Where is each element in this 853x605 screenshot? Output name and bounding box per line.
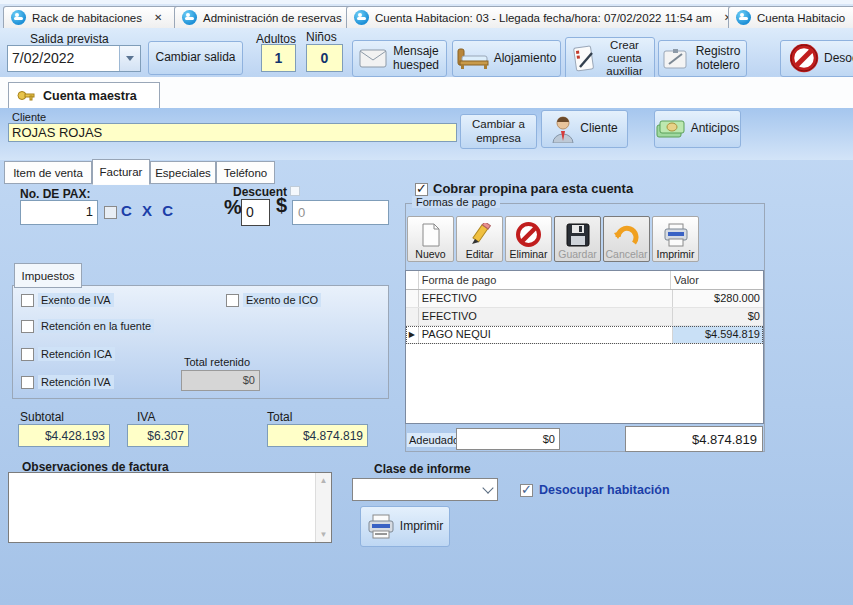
table-row[interactable]: EFECTIVO $280.000 bbox=[406, 290, 763, 308]
cambiar-salida-button[interactable]: Cambiar salida bbox=[148, 41, 243, 75]
cobrar-propina-checkbox[interactable] bbox=[415, 183, 428, 196]
tab-cuenta-maestra[interactable]: Cuenta maestra bbox=[8, 82, 160, 108]
observaciones-textarea[interactable] bbox=[8, 472, 332, 543]
iva-field: $6.307 bbox=[127, 424, 189, 447]
eliminar-pago-button[interactable]: Eliminar bbox=[505, 216, 552, 262]
imprimir-pago-button[interactable]: Imprimir bbox=[652, 216, 699, 262]
salida-prevista-label: Salida prevista bbox=[30, 32, 109, 46]
total-label: Total bbox=[267, 410, 292, 424]
prohibition-icon bbox=[516, 222, 541, 247]
close-icon[interactable]: ✕ bbox=[154, 12, 162, 23]
cxc-checkbox[interactable] bbox=[104, 206, 117, 219]
cliente-field[interactable]: ROJAS ROJAS bbox=[8, 123, 457, 142]
ninos-field[interactable]: 0 bbox=[306, 44, 343, 72]
dropdown-arrow-icon bbox=[479, 488, 497, 492]
adeudado-label: Adeudado bbox=[407, 433, 461, 447]
envelope-icon bbox=[359, 49, 387, 68]
descuento-valor-field[interactable]: 0 bbox=[292, 200, 389, 225]
editar-pago-button[interactable]: Editar bbox=[456, 216, 503, 262]
total-pagos-field: $4.874.819 bbox=[625, 426, 763, 452]
textarea-scrollbar[interactable]: ▲ ▼ bbox=[315, 473, 331, 542]
tab-item-de-venta[interactable]: Item de venta bbox=[4, 161, 92, 184]
dropdown-arrow-icon[interactable] bbox=[119, 46, 140, 71]
tab-label: Cuenta Habitacion: 03 - Llegada fecha/ho… bbox=[375, 12, 712, 24]
dollar-symbol: $ bbox=[276, 194, 287, 217]
valor-cell: $0 bbox=[673, 308, 763, 325]
client-band: Cliente ROJAS ROJAS Cambiar a empresa Cl… bbox=[0, 108, 853, 160]
descuento-checkbox[interactable] bbox=[290, 186, 300, 196]
alojamiento-button[interactable]: Alojamiento bbox=[452, 40, 561, 77]
scroll-up-icon[interactable]: ▲ bbox=[320, 476, 328, 485]
cambiar-empresa-label: Cambiar a empresa bbox=[469, 118, 529, 144]
exento-iva-checkbox[interactable] bbox=[21, 294, 34, 307]
key-icon bbox=[17, 89, 35, 102]
formas-pago-table: Forma de pago Valor EFECTIVO $280.000 EF… bbox=[405, 270, 764, 424]
retencion-fuente-checkbox[interactable] bbox=[21, 320, 34, 333]
cobrar-propina-label: Cobrar propina para esta cuenta bbox=[433, 181, 633, 196]
clase-informe-combobox[interactable] bbox=[352, 478, 498, 501]
desocupar-habitacion-checkbox[interactable] bbox=[520, 484, 533, 497]
retencion-iva-checkbox[interactable] bbox=[21, 376, 34, 389]
undo-arrow-icon bbox=[614, 223, 639, 247]
printer-icon bbox=[663, 223, 689, 247]
table-row[interactable]: EFECTIVO $0 bbox=[406, 308, 763, 326]
registro-hotelero-label: Registro hotelero bbox=[694, 45, 742, 73]
guardar-pago-button[interactable]: Guardar bbox=[554, 216, 601, 262]
cambiar-empresa-button[interactable]: Cambiar a empresa bbox=[460, 114, 537, 149]
tab-administracion-reservas[interactable]: Administración de reservas ✕ bbox=[174, 6, 358, 28]
tab-label: Item de venta bbox=[13, 167, 83, 179]
subtotal-label: Subtotal bbox=[20, 410, 64, 424]
mensaje-huesped-button[interactable]: Mensaje huesped bbox=[352, 40, 447, 77]
tab-label: Rack de habitaciones bbox=[32, 12, 142, 24]
cambiar-salida-label: Cambiar salida bbox=[155, 51, 235, 65]
tab-impuestos[interactable]: Impuestos bbox=[14, 263, 82, 288]
col-valor[interactable]: Valor bbox=[671, 271, 763, 289]
tab-especiales[interactable]: Especiales bbox=[150, 161, 216, 184]
ninos-label: Niños bbox=[306, 30, 337, 44]
tab-cuenta-habitacion-03[interactable]: Cuenta Habitacion: 03 - Llegada fecha/ho… bbox=[346, 6, 741, 28]
tab-label: Facturar bbox=[100, 166, 143, 178]
valor-cell: $4.594.819 bbox=[673, 326, 763, 343]
exento-iva-label: Exento de IVA bbox=[38, 293, 114, 307]
crear-cuenta-auxiliar-button[interactable]: Crear cuenta auxiliar bbox=[565, 37, 655, 80]
prohibition-icon bbox=[790, 44, 819, 73]
person-icon bbox=[551, 115, 575, 143]
button-label: Nuevo bbox=[415, 248, 445, 260]
cliente-button[interactable]: Cliente bbox=[541, 110, 628, 148]
tab-facturar[interactable]: Facturar bbox=[92, 159, 150, 185]
cancelar-pago-button[interactable]: Cancelar bbox=[603, 216, 650, 262]
anticipos-button[interactable]: Anticipos bbox=[654, 110, 741, 148]
salida-prevista-combobox[interactable]: 7/02/2022 bbox=[7, 45, 141, 72]
new-page-icon bbox=[421, 223, 441, 247]
cliente-label: Cliente bbox=[12, 111, 46, 123]
table-header-row: Forma de pago Valor bbox=[406, 271, 763, 290]
form-pencil-icon bbox=[663, 48, 689, 70]
tab-rack-habitaciones[interactable]: Rack de habitaciones ✕ bbox=[3, 6, 187, 28]
forma-cell: EFECTIVO bbox=[419, 290, 673, 307]
retencion-ica-checkbox[interactable] bbox=[21, 348, 34, 361]
total-field: $4.874.819 bbox=[267, 424, 368, 447]
desocupar-button[interactable]: Desocupar bbox=[780, 40, 853, 77]
row-marker-icon: ▶ bbox=[406, 326, 419, 343]
pax-field[interactable]: 1 bbox=[20, 200, 98, 225]
col-forma-de-pago[interactable]: Forma de pago bbox=[419, 271, 671, 289]
cliente-button-label: Cliente bbox=[580, 122, 617, 136]
tab-cuenta-habitacion-2[interactable]: Cuenta Habitacio bbox=[728, 6, 853, 28]
cuenta-maestra-label: Cuenta maestra bbox=[43, 89, 137, 103]
iva-label: IVA bbox=[137, 410, 155, 424]
registro-hotelero-button[interactable]: Registro hotelero bbox=[658, 40, 747, 77]
tab-telefono[interactable]: Teléfono bbox=[216, 161, 275, 184]
descuento-pct-field[interactable]: 0 bbox=[241, 199, 270, 226]
forma-cell: PAGO NEQUI bbox=[419, 326, 673, 343]
table-row-selected[interactable]: ▶ PAGO NEQUI $4.594.819 bbox=[406, 326, 763, 344]
button-label: Eliminar bbox=[510, 248, 548, 260]
adultos-field[interactable]: 1 bbox=[261, 44, 296, 72]
pencil-icon bbox=[469, 223, 491, 247]
imprimir-factura-button[interactable]: Imprimir bbox=[360, 506, 450, 547]
room-icon bbox=[11, 10, 26, 25]
exento-ico-checkbox[interactable] bbox=[226, 294, 239, 307]
nuevo-pago-button[interactable]: Nuevo bbox=[407, 216, 454, 262]
hotel-app-window: Rack de habitaciones ✕ Administración de… bbox=[0, 0, 853, 605]
scroll-down-icon[interactable]: ▼ bbox=[320, 530, 328, 539]
floppy-disk-icon bbox=[566, 223, 590, 247]
